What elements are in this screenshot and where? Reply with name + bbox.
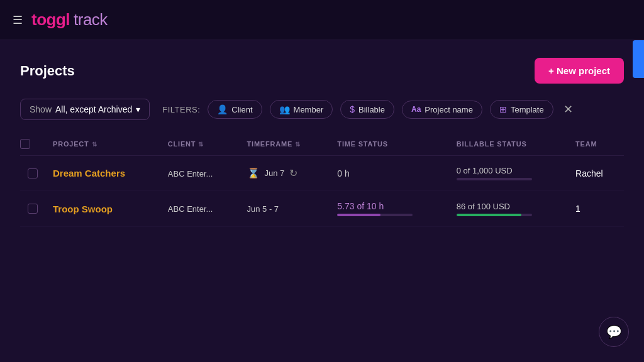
- page-title: Projects: [20, 63, 75, 79]
- filter-chip-client[interactable]: 👤 Client: [208, 100, 262, 119]
- column-client: CLIENT ⇅: [160, 133, 240, 156]
- row-checkbox-0[interactable]: [28, 168, 38, 178]
- column-project: PROJECT ⇅: [45, 133, 160, 156]
- client-sort-icon[interactable]: ⇅: [198, 141, 204, 148]
- filter-chip-project-name-label: Project name: [425, 105, 473, 114]
- chat-button[interactable]: 💬: [599, 317, 629, 347]
- filter-chip-member-label: Member: [294, 105, 324, 114]
- filter-chip-billable-label: Billable: [358, 105, 385, 114]
- member-icon: 👥: [279, 104, 290, 114]
- team-value: 1: [575, 204, 580, 214]
- column-team: TEAM: [568, 133, 624, 156]
- project-name[interactable]: Dream Catchers: [53, 168, 125, 178]
- filter-chip-project-name[interactable]: Aa Project name: [402, 101, 482, 119]
- client-icon: 👤: [217, 104, 228, 114]
- logo-track: track: [74, 10, 108, 30]
- column-billable-status: BILLABLE STATUS: [449, 133, 568, 156]
- new-project-button[interactable]: + New project: [535, 58, 624, 84]
- billable-amount: 86 of 100 USD: [457, 202, 560, 211]
- column-timeframe: TIMEFRAME ⇅: [240, 133, 330, 156]
- table-header-row: PROJECT ⇅ CLIENT ⇅ TIMEFRAME ⇅: [20, 133, 624, 156]
- chevron-down-icon: ▾: [136, 104, 140, 114]
- billable-progress-bar: [457, 178, 532, 180]
- filters-bar: Show All, except Archived ▾ FILTERS: 👤 C…: [20, 99, 624, 120]
- refresh-icon[interactable]: ↻: [289, 167, 297, 179]
- client-name: ABC Enter...: [168, 169, 213, 178]
- filter-chip-template[interactable]: ⊞ Template: [490, 100, 553, 119]
- timeframe-value: Jun 7: [265, 168, 285, 178]
- project-sort-icon[interactable]: ⇅: [92, 141, 97, 148]
- column-time-status: TIME STATUS: [330, 133, 448, 156]
- chat-icon: 💬: [606, 324, 622, 339]
- team-value: Rachel: [575, 168, 603, 178]
- main-content: Projects + New project Show All, except …: [0, 40, 644, 244]
- timeframe-value: Jun 5 - 7: [247, 204, 279, 214]
- filter-chip-billable[interactable]: $ Billable: [340, 100, 394, 119]
- filter-chip-member[interactable]: 👥 Member: [270, 100, 333, 119]
- logo-toggl: toggl: [31, 10, 70, 30]
- filters-label: FILTERS:: [162, 105, 200, 114]
- filter-chip-template-label: Template: [511, 105, 544, 114]
- billable-amount: 0 of 1,000 USD: [457, 166, 560, 175]
- right-sidebar-hint[interactable]: [633, 40, 644, 78]
- select-all-column: [20, 133, 45, 156]
- projects-table: PROJECT ⇅ CLIENT ⇅ TIMEFRAME ⇅: [20, 133, 624, 227]
- client-name: ABC Enter...: [168, 204, 213, 214]
- timeframe-icon: ⌛: [247, 167, 260, 179]
- close-filters-icon[interactable]: ✕: [564, 102, 573, 116]
- timeframe-sort-icon[interactable]: ⇅: [295, 141, 301, 148]
- app-header: ☰ toggl track: [0, 0, 644, 40]
- table-row: Troop SwoopABC Enter...Jun 5 - 7 5.73 of…: [20, 191, 624, 227]
- show-label: Show: [30, 104, 52, 114]
- page-header: Projects + New project: [20, 58, 624, 84]
- filter-chip-client-label: Client: [231, 105, 252, 114]
- hamburger-icon[interactable]: ☰: [13, 13, 23, 27]
- time-progress-bar: [337, 214, 413, 216]
- template-icon: ⊞: [499, 104, 507, 114]
- time-status-value: 0 h: [337, 168, 441, 178]
- billable-progress-bar: [457, 214, 532, 216]
- project-name-icon: Aa: [411, 105, 421, 114]
- time-status-value: 5.73 of 10 h: [337, 201, 441, 211]
- project-name[interactable]: Troop Swoop: [53, 204, 113, 214]
- table-row: Dream CatchersABC Enter...⌛Jun 7↻ 0 h 0 …: [20, 156, 624, 191]
- logo: toggl track: [31, 10, 108, 30]
- show-select[interactable]: Show All, except Archived ▾: [20, 99, 150, 120]
- billable-icon: $: [350, 104, 355, 114]
- show-value: All, except Archived: [55, 104, 132, 114]
- select-all-checkbox[interactable]: [20, 139, 30, 149]
- row-checkbox-1[interactable]: [28, 204, 38, 214]
